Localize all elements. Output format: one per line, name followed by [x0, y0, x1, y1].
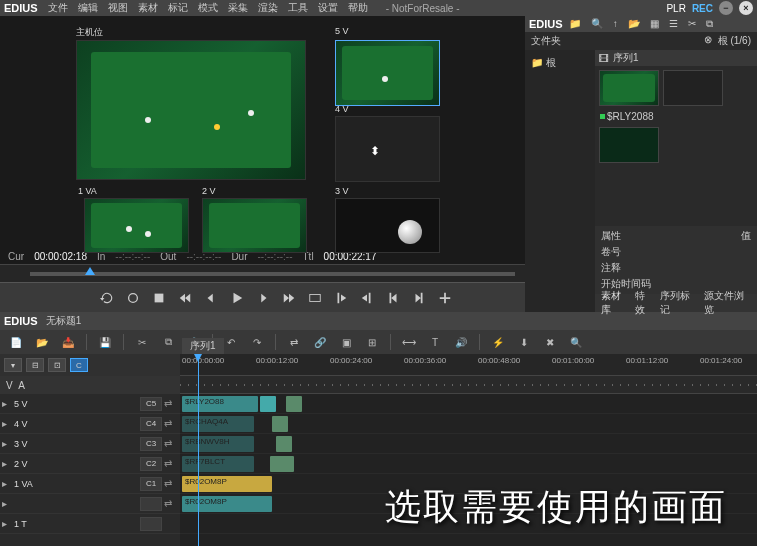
clip-3v-b[interactable] — [276, 436, 292, 452]
timeline-ruler[interactable]: 00:00:00:00 00:00:12:00 00:00:24:00 00:0… — [180, 354, 757, 376]
up-icon[interactable]: ↑ — [613, 18, 618, 30]
track-5v-lane[interactable]: $RLY2O88 — [180, 394, 757, 414]
clip-5v[interactable]: $RLY2O88 — [182, 396, 258, 412]
bin-thumb-1[interactable] — [599, 70, 659, 106]
tool-save[interactable]: 💾 — [97, 334, 113, 350]
rec-label[interactable]: REC — [692, 3, 713, 14]
tool-redo[interactable]: ↷ — [249, 334, 265, 350]
tool-group[interactable]: ▣ — [338, 334, 354, 350]
main-camera-view[interactable] — [76, 40, 306, 180]
tab-effects[interactable]: 特效 — [635, 289, 654, 317]
mode-btn-multicam[interactable]: C — [70, 358, 88, 372]
menu-marker[interactable]: 标记 — [168, 1, 188, 15]
rewind-button[interactable] — [178, 290, 192, 306]
track-2v-lane[interactable]: $RF7BLCT — [180, 454, 757, 474]
tool-trim[interactable]: ⟷ — [401, 334, 417, 350]
clip-1va-audio[interactable]: $R02OM8P — [182, 496, 272, 512]
menu-view[interactable]: 视图 — [108, 1, 128, 15]
clip-4v[interactable]: $RCHAQ4A — [182, 416, 254, 432]
track-3v-lane[interactable]: $RBNWV8H — [180, 434, 757, 454]
tool-render[interactable]: ⚡ — [490, 334, 506, 350]
tool-undo[interactable]: ↶ — [223, 334, 239, 350]
next-edit-button[interactable] — [412, 290, 426, 306]
timeline-scale[interactable] — [180, 376, 757, 394]
mode-btn-3[interactable]: ⊡ — [48, 358, 66, 372]
camera-5v[interactable] — [335, 40, 440, 106]
track-5v-header[interactable]: ▸5 VC5⇄ — [0, 394, 180, 414]
menu-mode[interactable]: 模式 — [198, 1, 218, 15]
tool-copy[interactable]: ⧉ — [160, 334, 176, 350]
set-out-button[interactable] — [360, 290, 374, 306]
clip-5v-b[interactable] — [260, 396, 276, 412]
prev-edit-button[interactable] — [386, 290, 400, 306]
track-3v-header[interactable]: ▸3 VC3⇄ — [0, 434, 180, 454]
loop-button[interactable] — [100, 290, 114, 306]
menu-edit[interactable]: 编辑 — [78, 1, 98, 15]
clip-2v-b[interactable] — [270, 456, 294, 472]
tool-ripple[interactable]: ⇄ — [286, 334, 302, 350]
sequence-tab[interactable]: 序列1 — [182, 338, 224, 354]
track-4v-lane[interactable]: $RCHAQ4A — [180, 414, 757, 434]
close-button[interactable]: × — [739, 1, 753, 15]
mode-btn-1[interactable]: ▾ — [4, 358, 22, 372]
tool-link[interactable]: 🔗 — [312, 334, 328, 350]
tool-zoom[interactable]: 🔍 — [568, 334, 584, 350]
folder-icon[interactable]: 📁 — [569, 18, 581, 30]
tab-markers[interactable]: 序列标记 — [660, 289, 698, 317]
menu-file[interactable]: 文件 — [48, 1, 68, 15]
preview-scrubber[interactable] — [0, 264, 525, 282]
fast-forward-button[interactable] — [282, 290, 296, 306]
cur-value[interactable]: 00:00:02:18 — [34, 251, 87, 262]
close-bin-icon[interactable]: ⊗ — [704, 34, 712, 48]
menu-capture[interactable]: 采集 — [228, 1, 248, 15]
scrub-playhead-icon[interactable] — [85, 267, 95, 275]
shuttle-button[interactable] — [126, 290, 140, 306]
camera-3v[interactable] — [335, 198, 440, 253]
camera-1va[interactable] — [84, 198, 189, 253]
export-frame-button[interactable] — [308, 290, 322, 306]
tool-open[interactable]: 📂 — [34, 334, 50, 350]
bin-thumb-2[interactable] — [663, 70, 723, 106]
camera-2v[interactable] — [202, 198, 307, 253]
cut-icon[interactable]: ✂ — [688, 18, 696, 30]
track-1t-header[interactable]: ▸1 T — [0, 514, 180, 534]
tool-import[interactable]: 📥 — [60, 334, 76, 350]
clip-4v-b[interactable] — [272, 416, 288, 432]
minimize-button[interactable]: − — [719, 1, 733, 15]
track-1va-audio-header[interactable]: ▸⇄ — [0, 494, 180, 514]
search-icon[interactable]: 🔍 — [591, 18, 603, 30]
menu-help[interactable]: 帮助 — [348, 1, 368, 15]
prev-frame-button[interactable] — [204, 290, 218, 306]
list-view-icon[interactable]: ☰ — [669, 18, 678, 30]
menu-tools[interactable]: 工具 — [288, 1, 308, 15]
track-2v-header[interactable]: ▸2 VC2⇄ — [0, 454, 180, 474]
track-4v-header[interactable]: ▸4 VC4⇄ — [0, 414, 180, 434]
tool-new[interactable]: 📄 — [8, 334, 24, 350]
grid-view-icon[interactable]: ▦ — [650, 18, 659, 30]
tab-bin[interactable]: 素材库 — [601, 289, 629, 317]
clip-3v[interactable]: $RBNWV8H — [182, 436, 254, 452]
tool-delete[interactable]: ✖ — [542, 334, 558, 350]
clip-2v[interactable]: $RF7BLCT — [182, 456, 254, 472]
bin-seq-label[interactable]: 序列1 — [613, 51, 639, 65]
tool-title[interactable]: T — [427, 334, 443, 350]
tool-audio[interactable]: 🔊 — [453, 334, 469, 350]
next-frame-button[interactable] — [256, 290, 270, 306]
tab-source-browser[interactable]: 源文件浏览 — [704, 289, 751, 317]
new-folder-icon[interactable]: 📂 — [628, 18, 640, 30]
mode-btn-2[interactable]: ⊟ — [26, 358, 44, 372]
tree-root-folder[interactable]: 📁 根 — [529, 54, 591, 72]
copy-icon[interactable]: ⧉ — [706, 18, 713, 30]
menu-render[interactable]: 渲染 — [258, 1, 278, 15]
clip-5v-c[interactable] — [286, 396, 302, 412]
bin-thumb-3[interactable] — [599, 127, 659, 163]
insert-button[interactable] — [438, 290, 452, 306]
tool-cut[interactable]: ✂ — [134, 334, 150, 350]
menu-settings[interactable]: 设置 — [318, 1, 338, 15]
tool-snap[interactable]: ⊞ — [364, 334, 380, 350]
stop-button[interactable] — [152, 290, 166, 306]
camera-4v[interactable] — [335, 116, 440, 182]
tool-export[interactable]: ⬇ — [516, 334, 532, 350]
timeline-playhead[interactable] — [198, 354, 199, 546]
menu-clip[interactable]: 素材 — [138, 1, 158, 15]
